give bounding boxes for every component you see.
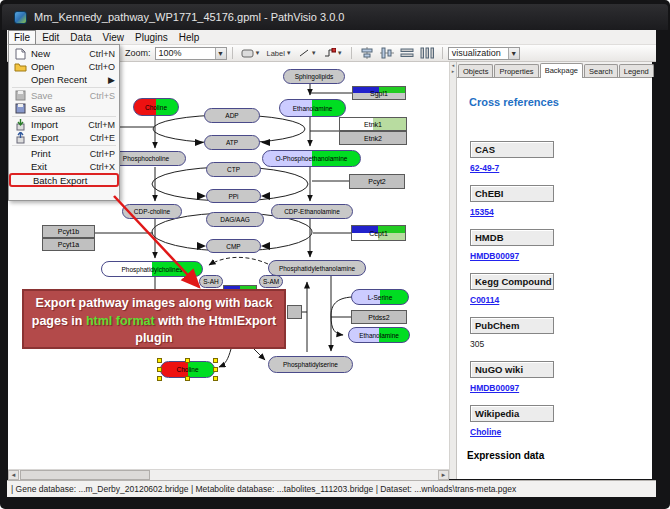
chevron-down-icon[interactable]: ▼	[286, 50, 292, 56]
node-dag-aag[interactable]: DAG/AAG	[206, 212, 264, 227]
node-o-phosphoethanolamine[interactable]: O-Phosphoethanolamine	[262, 150, 361, 167]
backpage-sidebar: ObjectsPropertiesBackpageSearchLegend Cr…	[457, 62, 652, 479]
node-etnk2[interactable]: Etnk2	[339, 131, 407, 145]
selection-handle[interactable]	[185, 376, 190, 381]
distribute-vertical-button[interactable]	[417, 46, 437, 60]
xref-section-nugo-wiki: NuGO wiki	[470, 361, 554, 378]
annotation-callout: Export pathway images along with back pa…	[22, 289, 286, 349]
file-menu-item-batch-export[interactable]: Batch Export	[9, 173, 119, 187]
node-phosphatidylethanolamine[interactable]: Phosphatidylethanolamine	[268, 260, 366, 276]
menu-plugins[interactable]: Plugins	[130, 31, 173, 44]
node-cdp-ethanolamine[interactable]: CDP-Ethanolamine	[271, 204, 353, 219]
node-pcyt1b[interactable]: Pcyt1b	[42, 225, 95, 238]
selection-handle[interactable]	[157, 358, 162, 363]
node-ctp[interactable]: CTP	[206, 162, 261, 177]
file-menu-item-save[interactable]: SaveCtrl+S	[9, 89, 119, 102]
align-middle-button[interactable]	[377, 46, 397, 60]
file-menu-item-import[interactable]: ImportCtrl+M	[9, 118, 119, 131]
node-pisd-partial[interactable]	[287, 305, 302, 319]
node-atp[interactable]: ATP	[204, 135, 260, 150]
node-s-am[interactable]: S-AM	[259, 275, 283, 288]
distribute-horizontal-button[interactable]	[397, 46, 417, 60]
selection-handle[interactable]	[213, 376, 218, 381]
xref-value-kegg-compound[interactable]: C00114	[470, 295, 499, 305]
tab-legend[interactable]: Legend	[619, 64, 654, 77]
file-menu-item-open-recent[interactable]: Open Recent▶	[9, 73, 119, 86]
file-menu-item-export[interactable]: ExportCtrl+E	[9, 131, 119, 144]
save-as-icon	[12, 103, 28, 114]
file-menu-item-exit[interactable]: ExitCtrl+X	[9, 160, 119, 173]
menu-item-shortcut: Ctrl+P	[90, 149, 115, 159]
visualization-combobox[interactable]: visualization ▼	[448, 47, 520, 60]
chevron-down-icon[interactable]: ▼	[337, 50, 343, 56]
node-pcyt1a[interactable]: Pcyt1a	[42, 238, 95, 251]
node-s-ah[interactable]: S-AH	[199, 275, 223, 288]
chevron-down-icon[interactable]: ▼	[508, 48, 519, 59]
chevron-down-icon[interactable]: ▼	[215, 48, 226, 59]
file-menu-item-new[interactable]: NewCtrl+N	[9, 47, 119, 60]
menu-file[interactable]: File	[8, 30, 36, 45]
node-choline-top[interactable]: Choline	[133, 98, 179, 116]
selection-handle[interactable]	[157, 376, 162, 381]
menu-edit[interactable]: Edit	[37, 31, 64, 44]
file-menu-item-print[interactable]: PrintCtrl+P	[9, 147, 119, 160]
menu-help[interactable]: Help	[174, 31, 205, 44]
label-button[interactable]: Label ▼	[263, 46, 294, 60]
tab-properties[interactable]: Properties	[494, 64, 538, 77]
datanode-button[interactable]: ▼	[238, 46, 264, 60]
scroll-right-icon[interactable]: ►	[438, 470, 449, 480]
node-cdp-choline[interactable]: CDP-choline	[122, 204, 182, 219]
selection-handle[interactable]	[185, 358, 190, 363]
xref-section-wikipedia: Wikipedia	[470, 405, 554, 422]
align-center-button[interactable]	[357, 46, 377, 60]
node-etnk1[interactable]: Etnk1	[339, 117, 407, 131]
node-cept1[interactable]: Cept1	[351, 225, 406, 241]
chevron-down-icon[interactable]: ▼	[311, 50, 317, 56]
menu-view[interactable]: View	[97, 31, 129, 44]
node-ptdss2[interactable]: Ptdss2	[351, 310, 407, 324]
scroll-left-icon[interactable]: ◄	[8, 470, 19, 480]
file-menu-item-save-as[interactable]: Save as	[9, 102, 119, 115]
menu-separator	[12, 116, 116, 117]
toolbar-separator	[442, 47, 443, 59]
node-sgpl1[interactable]: Sgpl1	[352, 86, 406, 100]
node-ethanolamine-lower[interactable]: Ethanolamine	[348, 327, 410, 343]
node-ppi[interactable]: PPi	[206, 189, 261, 203]
tab-search[interactable]: Search	[584, 64, 618, 77]
selection-handle[interactable]	[213, 367, 218, 372]
xref-value-wikipedia[interactable]: Choline	[470, 427, 501, 437]
tab-objects[interactable]: Objects	[458, 64, 493, 77]
node-cmp[interactable]: CMP	[206, 239, 261, 253]
node-sphingolipids[interactable]: Sphingolipids	[283, 69, 345, 84]
xref-value-nugo-wiki[interactable]: HMDB00097	[470, 383, 519, 393]
xref-value-chebi[interactable]: 15354	[470, 207, 494, 217]
file-menu-item-open[interactable]: OpenCtrl+O	[9, 60, 119, 73]
zoom-combobox[interactable]: 100% ▼	[155, 47, 227, 60]
no-icon	[14, 175, 30, 186]
cross-references-heading: Cross references	[469, 96, 559, 108]
file-menu-popup: NewCtrl+NOpenCtrl+OOpen Recent▶SaveCtrl+…	[8, 44, 120, 201]
open-folder-icon	[12, 61, 28, 72]
node-l-serine[interactable]: L-Serine	[351, 289, 409, 305]
node-phosphatidylserine[interactable]: Phosphatidylserine	[268, 356, 353, 373]
xref-value-hmdb[interactable]: HMDB00097	[470, 251, 519, 261]
node-ethanolamine-top[interactable]: Ethanolamine	[279, 99, 346, 117]
line-tool-button[interactable]: ▼	[295, 46, 320, 60]
panel-splitter[interactable]: ◂▸	[449, 62, 457, 479]
annotation-text-highlight: html format	[86, 314, 155, 328]
xref-value-cas[interactable]: 62-49-7	[470, 163, 499, 173]
menu-data[interactable]: Data	[65, 31, 96, 44]
connector-tool-button[interactable]: ▼	[320, 46, 346, 60]
selection-handle[interactable]	[157, 367, 162, 372]
canvas-horizontal-scrollbar[interactable]: ◄ ►	[8, 469, 449, 480]
scrollbar-thumb[interactable]	[20, 470, 150, 480]
node-pcyt2[interactable]: Pcyt2	[349, 174, 405, 189]
tab-backpage[interactable]: Backpage	[540, 63, 583, 78]
node-phosphatidylcholines[interactable]: Phosphatidylcholines	[101, 261, 203, 277]
status-text: | Gene database: ...m_Derby_20120602.bri…	[11, 484, 516, 494]
title-bar[interactable]: Mm_Kennedy_pathway_WP1771_45176.gpml - P…	[2, 4, 668, 30]
visualization-value: visualization	[452, 48, 501, 58]
chevron-down-icon[interactable]: ▼	[255, 50, 261, 56]
node-adp[interactable]: ADP	[204, 108, 260, 123]
selection-handle[interactable]	[213, 358, 218, 363]
